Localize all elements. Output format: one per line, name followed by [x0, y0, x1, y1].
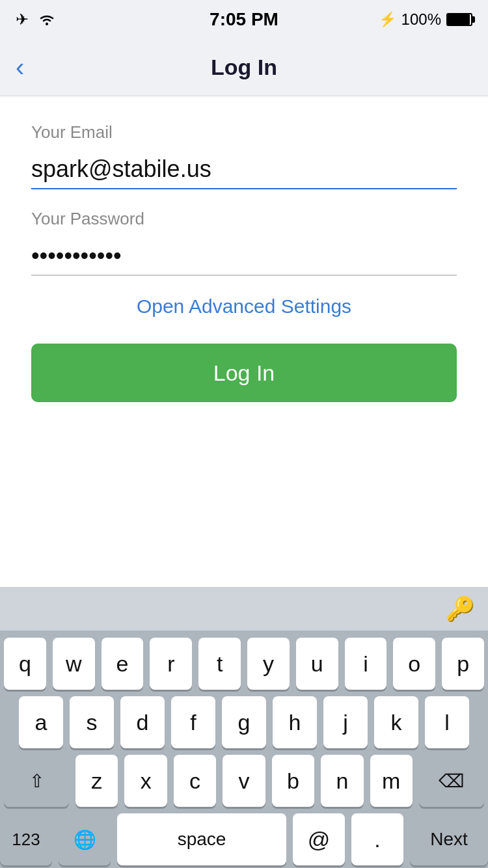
keyboard-row-4: 123 🌐 space @ . Next [4, 813, 484, 865]
keyboard-rows: q w e r t y u i o p a s d f g h j k l ⇧ … [0, 631, 488, 868]
key-p[interactable]: p [442, 638, 484, 690]
key-k[interactable]: k [374, 696, 418, 748]
key-y[interactable]: y [247, 638, 290, 690]
key-l[interactable]: l [425, 696, 469, 748]
space-key[interactable]: space [117, 813, 286, 865]
key-v[interactable]: v [223, 755, 265, 807]
nav-bar: ‹ Log In [0, 39, 488, 96]
backspace-key[interactable]: ⌫ [419, 755, 484, 807]
key-c[interactable]: c [174, 755, 216, 807]
keyboard: 🔑 q w e r t y u i o p a s d f g h j k l [0, 587, 488, 868]
key-b[interactable]: b [272, 755, 314, 807]
advanced-settings-container: Open Advanced Settings [31, 295, 457, 318]
battery-icon [446, 13, 472, 26]
key-j[interactable]: j [323, 696, 368, 748]
dot-key[interactable]: . [351, 813, 403, 865]
key-icon: 🔑 [446, 595, 475, 623]
email-field-group: Your Email [31, 122, 457, 189]
key-d[interactable]: d [120, 696, 165, 748]
wifi-icon [38, 13, 56, 26]
status-left: ✈ [16, 10, 56, 29]
key-h[interactable]: h [273, 696, 317, 748]
key-q[interactable]: q [4, 638, 46, 690]
advanced-settings-link[interactable]: Open Advanced Settings [137, 295, 351, 317]
key-r[interactable]: r [150, 638, 192, 690]
back-button[interactable]: ‹ [16, 53, 24, 82]
key-e[interactable]: e [102, 638, 144, 690]
keyboard-row-2: a s d f g h j k l [4, 696, 484, 748]
login-form: Your Email Your Password Open Advanced S… [0, 96, 488, 402]
email-label: Your Email [31, 122, 457, 142]
key-i[interactable]: i [345, 638, 387, 690]
password-field-group: Your Password [31, 209, 457, 276]
login-button[interactable]: Log In [31, 344, 457, 402]
bluetooth-icon: ⚡ [379, 11, 396, 28]
key-s[interactable]: s [70, 696, 114, 748]
next-key[interactable]: Next [410, 813, 488, 865]
at-key[interactable]: @ [293, 813, 345, 865]
airplane-icon: ✈ [16, 10, 29, 29]
globe-key[interactable]: 🌐 [59, 813, 111, 865]
password-label: Your Password [31, 209, 457, 229]
key-x[interactable]: x [124, 755, 167, 807]
status-bar: ✈ 7:05 PM ⚡ 100% [0, 0, 488, 39]
key-o[interactable]: o [393, 638, 435, 690]
key-t[interactable]: t [198, 638, 241, 690]
key-m[interactable]: m [370, 755, 413, 807]
password-input[interactable] [31, 237, 457, 276]
keyboard-row-1: q w e r t y u i o p [4, 638, 484, 690]
battery-percent: 100% [401, 10, 441, 29]
keyboard-row-3: ⇧ z x c v b n m ⌫ [4, 755, 484, 807]
status-right: ⚡ 100% [379, 10, 472, 29]
keyboard-top-bar: 🔑 [0, 587, 488, 631]
key-a[interactable]: a [19, 696, 63, 748]
email-input[interactable] [31, 150, 457, 189]
back-chevron-icon: ‹ [16, 53, 24, 82]
page-title: Log In [211, 55, 277, 80]
key-z[interactable]: z [75, 755, 118, 807]
numbers-key[interactable]: 123 [0, 813, 52, 865]
key-w[interactable]: w [53, 638, 95, 690]
key-n[interactable]: n [321, 755, 363, 807]
status-time: 7:05 PM [210, 9, 278, 30]
key-g[interactable]: g [222, 696, 266, 748]
svg-point-0 [46, 23, 48, 25]
key-f[interactable]: f [171, 696, 215, 748]
shift-key[interactable]: ⇧ [4, 755, 69, 807]
key-u[interactable]: u [296, 638, 338, 690]
